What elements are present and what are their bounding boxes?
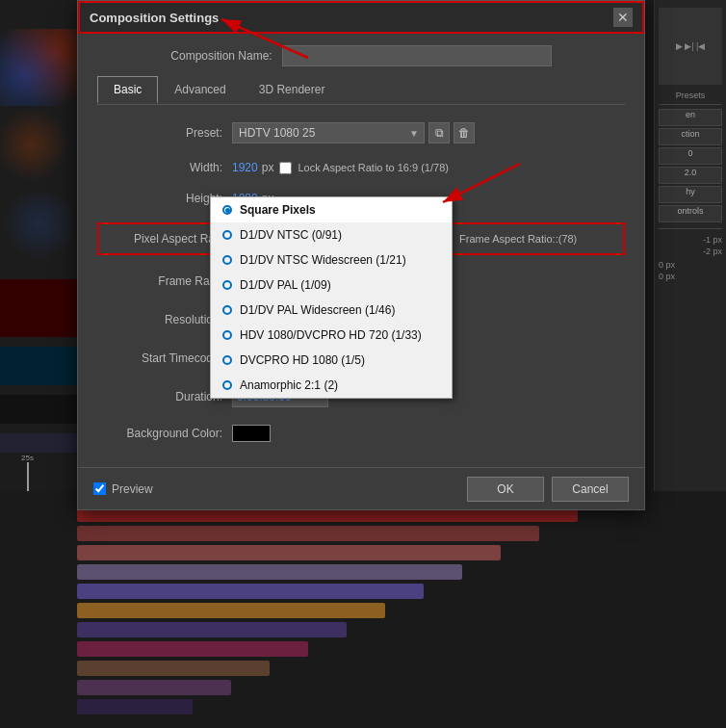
dropdown-item-label-3: D1/DV PAL (1/09) xyxy=(240,278,331,292)
left-panel: 25s xyxy=(0,0,79,491)
radio-icon-7 xyxy=(222,380,232,390)
tab-basic[interactable]: Basic xyxy=(97,76,158,104)
bg-color-row: Background Color: xyxy=(97,425,625,442)
dialog-footer: Preview OK Cancel xyxy=(78,467,644,509)
lock-aspect-row: Lock Aspect Ratio to 16:9 (1/78) xyxy=(279,162,449,174)
par-dropdown-menu: Square Pixels D1/DV NTSC (0/91) D1/DV NT… xyxy=(210,196,453,399)
timeline-bar-3 xyxy=(77,564,462,580)
right-panel: ▶ ▶| |◀ Presets en ction 0 2.0 hy ontrol… xyxy=(654,0,726,491)
right-panel-btn-4[interactable]: 2.0 xyxy=(659,167,722,184)
lock-aspect-label: Lock Aspect Ratio to 16:9 (1/78) xyxy=(298,162,449,173)
preset-delete-button[interactable]: 🗑 xyxy=(454,122,475,143)
dropdown-item-label-0: Square Pixels xyxy=(240,203,316,217)
bg-color-swatch[interactable] xyxy=(232,425,271,442)
radio-icon-4 xyxy=(222,305,232,315)
dropdown-item-4[interactable]: D1/DV PAL Widescreen (1/46) xyxy=(211,298,452,323)
dropdown-item-5[interactable]: HDV 1080/DVCPRO HD 720 (1/33) xyxy=(211,323,452,348)
preview-checkbox-row: Preview xyxy=(93,482,153,496)
ok-button[interactable]: OK xyxy=(467,477,544,502)
dropdown-item-label-6: DVCPRO HD 1080 (1/5) xyxy=(240,353,365,367)
frame-aspect-label: Frame Aspect Ratio: xyxy=(459,233,556,245)
timeline-bar-9 xyxy=(77,680,231,695)
timeline-bar-10 xyxy=(77,699,193,715)
lock-aspect-checkbox[interactable] xyxy=(279,162,292,174)
dropdown-item-label-2: D1/DV NTSC Widescreen (1/21) xyxy=(240,253,406,267)
dropdown-item-7[interactable]: Anamorphic 2:1 (2) xyxy=(211,373,452,398)
dropdown-item-0[interactable]: Square Pixels xyxy=(211,197,452,222)
comp-name-label: Composition Name: xyxy=(170,49,272,63)
right-panel-btn-3[interactable]: 0 xyxy=(659,147,722,165)
right-panel-btn-6[interactable]: ontrols xyxy=(659,205,722,222)
radio-icon-1 xyxy=(222,230,232,240)
comp-name-input[interactable] xyxy=(282,45,552,66)
width-label: Width: xyxy=(97,161,232,174)
timeline-bar-7 xyxy=(77,641,308,657)
tab-advanced[interactable]: Advanced xyxy=(158,76,242,104)
width-row: Width: 1920 px Lock Aspect Ratio to 16:9… xyxy=(97,161,625,174)
preset-select[interactable]: HDTV 1080 25 xyxy=(232,122,425,143)
preset-select-wrapper: HDTV 1080 25 ▼ xyxy=(232,122,425,143)
dropdown-item-3[interactable]: D1/DV PAL (1/09) xyxy=(211,273,452,298)
dialog-titlebar: Composition Settings ✕ xyxy=(78,1,644,34)
radio-selected-icon xyxy=(222,205,232,215)
dropdown-item-2[interactable]: D1/DV NTSC Widescreen (1/21) xyxy=(211,247,452,273)
timeline-bar-5 xyxy=(77,603,385,618)
dropdown-item-label-1: D1/DV NTSC (0/91) xyxy=(240,228,342,242)
preset-copy-button[interactable]: ⧉ xyxy=(428,122,450,143)
tab-3d-renderer[interactable]: 3D Renderer xyxy=(243,76,342,104)
comp-name-row: Composition Name: xyxy=(97,45,625,66)
dropdown-item-label-7: Anamorphic 2:1 (2) xyxy=(240,378,338,392)
preset-row: Preset: HDTV 1080 25 ▼ ⧉ 🗑 xyxy=(97,122,625,143)
right-panel-btn-1[interactable]: en xyxy=(659,109,722,126)
preview-label: Preview xyxy=(112,482,153,496)
right-panel-btn-5[interactable]: hy xyxy=(659,186,722,203)
dialog-title: Composition Settings xyxy=(90,11,219,25)
timeline-bar-8 xyxy=(77,661,270,676)
bg-color-label: Background Color: xyxy=(97,427,232,440)
width-unit: px xyxy=(262,161,274,174)
cancel-button[interactable]: Cancel xyxy=(552,477,629,502)
width-value[interactable]: 1920 xyxy=(232,161,258,174)
timeline-panel xyxy=(77,497,655,728)
radio-icon-3 xyxy=(222,280,232,290)
close-button[interactable]: ✕ xyxy=(613,8,633,27)
timeline-bar-6 xyxy=(77,622,347,637)
radio-icon-6 xyxy=(222,355,232,365)
timeline-bar-2 xyxy=(77,545,501,560)
preset-label: Preset: xyxy=(97,126,232,140)
tabs-container: Basic Advanced 3D Renderer xyxy=(97,76,625,105)
radio-icon-2 xyxy=(222,255,232,265)
dropdown-item-1[interactable]: D1/DV NTSC (0/91) xyxy=(211,222,452,247)
dropdown-item-6[interactable]: DVCPRO HD 1080 (1/5) xyxy=(211,348,452,373)
preview-checkbox[interactable] xyxy=(93,482,106,495)
dropdown-item-label-4: D1/DV PAL Widescreen (1/46) xyxy=(240,303,395,317)
dropdown-item-label-5: HDV 1080/DVCPRO HD 720 (1/33) xyxy=(240,328,422,342)
timeline-bar-4 xyxy=(77,584,424,599)
right-panel-btn-2[interactable]: ction xyxy=(659,128,722,145)
right-panel-presets-label: Presets xyxy=(659,91,722,100)
footer-buttons: OK Cancel xyxy=(467,477,629,502)
frame-aspect-detail: (78) xyxy=(558,233,578,245)
radio-icon-5 xyxy=(222,330,232,340)
timeline-bar-1 xyxy=(77,526,539,541)
